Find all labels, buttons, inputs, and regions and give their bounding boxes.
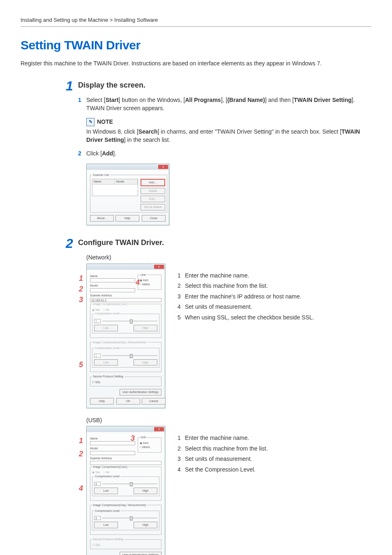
marker-2: 2 <box>79 284 83 294</box>
note-icon: ✎ <box>86 118 95 126</box>
bold: (Brand Name) <box>227 97 265 103</box>
low-label-2: Low <box>94 359 118 366</box>
ok-button[interactable]: OK <box>116 398 140 405</box>
high-label-2: High <box>134 359 157 366</box>
title-bar: x <box>87 264 165 270</box>
text: ]. <box>113 150 116 157</box>
high-label-u2: High <box>134 522 157 528</box>
name-input-u[interactable] <box>90 441 135 445</box>
compression-level-label-u: Compression Level <box>94 474 120 479</box>
sps-label-u: Secure Protocol Setting <box>92 537 124 541</box>
user-auth-button-u[interactable]: User Authentication Settings <box>120 552 161 555</box>
model-label-u: Model <box>90 446 135 451</box>
ssl-label: SSL <box>95 381 101 384</box>
user-auth-button[interactable]: User Authentication Settings <box>120 389 161 395</box>
low-label-u2: Low <box>94 522 118 528</box>
edit-button[interactable]: Edit... <box>141 196 165 202</box>
metric-label: Metric <box>142 283 150 286</box>
compression-gm-group-u: Image Compression(Gray / Monochrome) Com… <box>90 503 161 535</box>
co-num-4: 4 <box>178 303 185 311</box>
unit-label: Unit <box>140 273 146 277</box>
bold: Start <box>106 97 119 103</box>
compression-color-label: Image Compression(Color) <box>92 302 128 306</box>
step-2: 2 Configure TWAIN Driver. (Network) 1 2 … <box>78 238 371 555</box>
model-select-u[interactable] <box>90 451 135 455</box>
co-num-5: 5 <box>178 314 185 322</box>
cancel-button[interactable]: Cancel <box>142 398 166 405</box>
bold: Add <box>102 150 113 157</box>
intro-text: Register this machine to the TWAIN Drive… <box>21 60 371 68</box>
name-input[interactable] <box>90 278 135 282</box>
page-title: Setting TWAIN Driver <box>21 37 371 54</box>
metric-radio-u[interactable]: ○ Metric <box>140 445 150 449</box>
inch-radio-u[interactable]: ◉ Inch <box>140 441 148 445</box>
step-1-sub-1: 1 Select [Start] button on the Windows, … <box>78 96 371 112</box>
compression-gm-label: Image Compression(Gray / Monochrome) <box>92 340 147 345</box>
step-1-number: 1 <box>66 77 73 95</box>
help-button[interactable]: Help <box>90 398 114 405</box>
co-text-5: When using SSL, select the checkbox besi… <box>185 314 314 321</box>
usb-label: (USB) <box>86 416 371 425</box>
marker-5: 5 <box>79 360 83 370</box>
text: ] in the search list. <box>124 136 171 143</box>
co-text-4: Set units of measurement. <box>185 303 252 310</box>
text: ] in charms, and enter "TWAIN Driver Set… <box>158 128 342 135</box>
co-text-u1: Enter the machine name. <box>185 435 249 441</box>
delete-button[interactable]: Delete <box>141 188 165 194</box>
yes-radio: ◉ Yes <box>92 308 100 312</box>
compression-color-group: Image Compression(Color) ◉ Yes ○ No Comp… <box>90 302 161 338</box>
scanner-table[interactable]: Name Model <box>92 179 138 196</box>
inch-label: Inch <box>143 279 148 282</box>
model-label: Model <box>90 284 135 288</box>
slider <box>102 321 157 321</box>
level-value-u[interactable]: 3 <box>94 482 101 486</box>
ssl-checkbox[interactable]: ☐ SSL <box>92 381 101 384</box>
model-select[interactable] <box>90 288 135 292</box>
metric-radio[interactable]: ○ Metric <box>140 282 150 287</box>
marker-u3: 3 <box>131 433 135 444</box>
text: Select [ <box>86 97 106 103</box>
compression-color-group-u: Image Compression(Color) ◉ Yes ○ No Comp… <box>90 465 161 501</box>
substep-number: 1 <box>78 96 81 104</box>
set-default-button[interactable]: Set as default <box>141 204 165 210</box>
text: Click [ <box>86 150 102 157</box>
add-button[interactable]: Add... <box>141 179 165 186</box>
level-value: 3 <box>94 319 101 323</box>
note-body: In Windows 8, click [Search] in charms, … <box>86 128 371 144</box>
inch-radio[interactable]: ◉ Inch <box>140 278 148 282</box>
about-button[interactable]: About... <box>90 215 114 222</box>
marker-1: 1 <box>79 273 83 284</box>
scanner-address-label-u: Scanner Address <box>90 456 161 460</box>
slider-2 <box>102 355 157 356</box>
scanner-list-group: Scanner List Name Model Add... Delete Ed… <box>90 173 167 213</box>
unit-group-u: Unit ◉ Inch ○ Metric <box>138 435 161 453</box>
close-button[interactable]: Close <box>142 215 166 222</box>
twain-config-dialog-usb: x Name Model Unit ◉ Inch ○ Metric <box>86 426 165 555</box>
title-bar: x <box>87 164 169 170</box>
close-icon[interactable]: x <box>158 165 168 169</box>
low-label-u: Low <box>94 488 118 494</box>
close-icon[interactable]: x <box>154 427 164 431</box>
step-2-number: 2 <box>66 234 73 253</box>
slider-u[interactable] <box>102 483 157 484</box>
help-button[interactable]: Help <box>115 215 139 222</box>
bold: All Programs <box>185 97 221 103</box>
usb-callouts: 1Enter the machine name. 2Select this ma… <box>178 426 268 476</box>
text: ] button on the Windows, [ <box>119 97 185 103</box>
scanner-address-input[interactable]: 10.180.81.3 <box>90 298 161 302</box>
step-2-title: Configure TWAIN Driver. <box>78 238 371 248</box>
step-1-title: Display the screen. <box>78 80 371 90</box>
level-value-u2[interactable]: 3 <box>94 516 101 520</box>
note-box: ✎ NOTE In Windows 8, click [Search] in c… <box>86 118 371 144</box>
compression-color-label-u: Image Compression(Color) <box>92 465 128 469</box>
compression-level-group-u2: Compression Level 3 LowHigh <box>92 509 159 531</box>
step-1-sub-2: 2 Click [Add]. <box>78 150 371 158</box>
level-value-2: 3 <box>94 354 101 358</box>
no-radio: ○ No <box>103 308 109 312</box>
substep-number: 2 <box>78 150 81 158</box>
close-icon[interactable]: x <box>154 265 164 269</box>
compression-level-label: Compression Level <box>94 312 120 316</box>
slider-u2[interactable] <box>102 518 157 518</box>
marker-u1: 1 <box>79 436 83 446</box>
col-model: Model <box>115 179 138 184</box>
